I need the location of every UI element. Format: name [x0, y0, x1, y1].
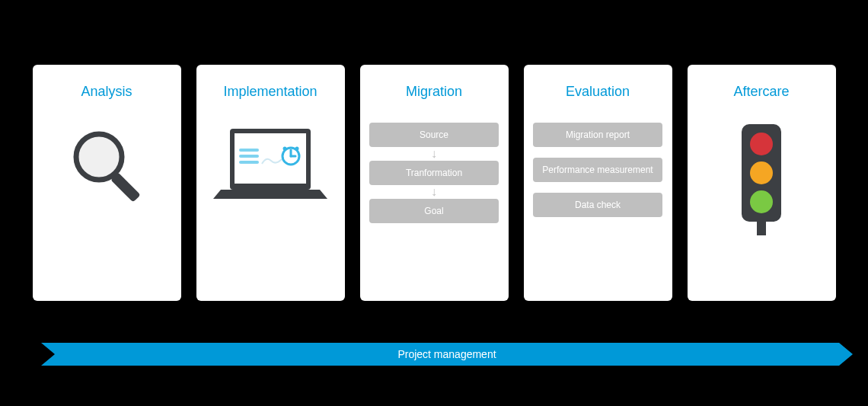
card-body-evaluation: Migration report Performance measurement… — [531, 123, 665, 293]
arrow-down-icon: ↓ — [431, 188, 437, 196]
migration-step-goal: Goal — [369, 199, 499, 223]
magnifier-icon — [61, 123, 152, 214]
card-title-analysis: Analysis — [81, 84, 132, 100]
svg-rect-16 — [757, 222, 766, 235]
migration-step-source: Source — [369, 123, 499, 147]
svg-rect-3 — [235, 133, 306, 184]
svg-point-13 — [750, 133, 773, 155]
card-analysis: Analysis — [33, 65, 181, 301]
svg-point-14 — [750, 161, 773, 184]
svg-point-15 — [750, 190, 773, 213]
svg-point-0 — [76, 134, 122, 180]
card-title-migration: Migration — [406, 84, 462, 100]
card-migration: Migration Source ↓ Tranformation ↓ Goal — [360, 65, 509, 301]
evaluation-item-datacheck: Data check — [533, 193, 662, 217]
card-title-implementation: Implementation — [223, 84, 317, 100]
migration-step-transformation: Tranformation — [369, 161, 499, 185]
svg-rect-5 — [239, 155, 259, 158]
svg-rect-4 — [239, 149, 259, 152]
svg-point-10 — [283, 147, 287, 151]
project-management-banner: Project management — [41, 343, 853, 366]
laptop-icon — [213, 123, 327, 206]
card-title-evaluation: Evaluation — [566, 84, 630, 100]
traffic-light-icon — [731, 123, 792, 237]
card-body-migration: Source ↓ Tranformation ↓ Goal — [368, 123, 501, 293]
svg-rect-6 — [239, 161, 259, 164]
svg-rect-1 — [110, 172, 141, 203]
card-implementation: Implementation — [196, 65, 345, 301]
card-body-aftercare — [695, 123, 828, 293]
card-evaluation: Evaluation Migration report Performance … — [524, 65, 672, 301]
svg-point-11 — [295, 147, 299, 151]
card-aftercare: Aftercare — [688, 65, 836, 301]
evaluation-item-report: Migration report — [533, 123, 662, 147]
cards-row: Analysis Implementation — [0, 0, 868, 301]
card-body-analysis — [40, 123, 174, 293]
card-title-aftercare: Aftercare — [733, 84, 789, 100]
card-body-implementation — [204, 123, 337, 293]
banner-label: Project management — [397, 348, 496, 360]
evaluation-item-performance: Performance measurement — [533, 158, 662, 182]
arrow-down-icon: ↓ — [431, 150, 437, 158]
